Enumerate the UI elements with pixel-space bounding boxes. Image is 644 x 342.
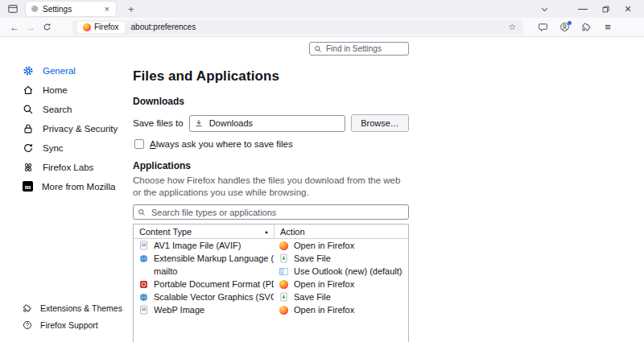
tab-title: Settings <box>43 5 103 14</box>
browse-button[interactable]: Browse… <box>351 114 409 132</box>
table-row[interactable]: AV1 Image File (AVIF) Open in Firefox <box>134 239 408 252</box>
new-tab-icon[interactable]: + <box>124 3 138 15</box>
pdf-icon <box>139 279 148 289</box>
page-title: Files and Applications <box>133 68 409 84</box>
extensions-themes-link[interactable]: Extensions & Themes <box>23 303 122 313</box>
footer-link-label: Extensions & Themes <box>40 303 122 313</box>
table-row[interactable]: WebP Image Open in Firefox <box>134 303 408 316</box>
column-action[interactable]: Action <box>274 225 408 238</box>
search-icon <box>314 45 322 53</box>
action-cell[interactable]: Save File <box>274 253 408 263</box>
always-ask-label: Always ask you where to save files <box>150 139 293 149</box>
find-in-settings-input[interactable] <box>309 42 409 56</box>
bookmark-star-icon[interactable]: ☆ <box>506 22 518 32</box>
identity-label: Firefox <box>94 23 119 31</box>
sidebar-item-label: More from Mozilla <box>42 182 115 192</box>
always-ask-row: Always ask you where to save files <box>133 139 409 149</box>
sidebar-item-label: Search <box>43 105 72 114</box>
lock-icon <box>23 123 34 134</box>
atom-icon <box>23 162 34 173</box>
handlers-table: Content Type ▲ Action AV1 Image File (AV… <box>133 224 409 342</box>
url-text: about:preferences <box>131 23 506 31</box>
save-files-row: Save files to Browse… <box>133 114 409 132</box>
sidebar-item-label: Home <box>43 85 68 95</box>
downloads-heading: Downloads <box>133 96 409 107</box>
search-icon <box>23 104 34 115</box>
firefox-logo-icon <box>83 23 91 31</box>
save-file-icon <box>279 292 288 302</box>
tab-bar: Settings × + — × <box>0 0 644 18</box>
message-icon[interactable] <box>535 20 551 35</box>
gear-favicon-icon <box>31 5 39 13</box>
action-cell[interactable]: Save File <box>274 292 408 302</box>
sidebar-item-firefox-labs[interactable]: Firefox Labs <box>0 158 133 177</box>
sidebar-footer: Extensions & Themes Firefox Support <box>23 303 122 330</box>
table-row[interactable]: Extensible Markup Language (XML) Save Fi… <box>134 252 408 265</box>
action-cell[interactable]: Open in Firefox <box>274 279 408 289</box>
sidebar-item-label: Sync <box>43 143 64 153</box>
table-row[interactable]: Portable Document Format (PDF) Open in F… <box>134 278 408 290</box>
download-icon <box>194 118 204 128</box>
tab-close-icon[interactable]: × <box>103 4 111 14</box>
sidebar-item-more-from-mozilla[interactable]: m More from Mozilla <box>0 177 133 196</box>
globe-icon <box>139 292 148 302</box>
puzzle-icon <box>23 303 32 313</box>
maximize-icon[interactable] <box>594 1 617 17</box>
action-cell[interactable]: Open in Firefox <box>274 305 408 315</box>
sidebar-item-home[interactable]: Home <box>0 80 133 100</box>
reload-icon[interactable] <box>39 20 55 35</box>
action-cell[interactable]: Open in Firefox <box>274 241 408 250</box>
firefox-logo-icon <box>279 306 288 315</box>
globe-icon <box>139 253 148 263</box>
save-file-icon <box>279 253 288 263</box>
always-ask-checkbox[interactable] <box>134 139 144 149</box>
table-row[interactable]: Scalable Vector Graphics (SVG) Save File <box>134 290 408 303</box>
sync-icon <box>23 142 34 154</box>
sort-ascending-icon: ▲ <box>264 229 269 234</box>
table-header: Content Type ▲ Action <box>134 225 408 239</box>
home-icon <box>23 84 34 96</box>
account-icon[interactable] <box>556 20 572 35</box>
download-folder-input[interactable] <box>189 115 345 132</box>
firefox-logo-icon <box>279 241 288 250</box>
firefox-view-icon[interactable] <box>5 2 21 16</box>
forward-icon[interactable]: → <box>23 20 39 35</box>
identity-chip[interactable]: Firefox <box>77 22 125 33</box>
footer-link-label: Firefox Support <box>40 320 98 330</box>
question-icon <box>23 320 32 330</box>
settings-sidebar: General Home Search Privacy & Security S… <box>0 37 133 341</box>
gear-icon <box>23 65 34 76</box>
applications-description: Choose how Firefox handles the files you… <box>133 175 409 199</box>
firefox-support-link[interactable]: Firefox Support <box>23 320 122 330</box>
table-row[interactable]: mailto Use Outlook (new) (default) <box>134 265 408 278</box>
extensions-icon[interactable] <box>578 20 594 35</box>
sidebar-item-label: General <box>43 66 76 76</box>
menu-icon[interactable]: ≡ <box>600 20 616 35</box>
empty-icon-slot <box>139 266 148 276</box>
tab-settings[interactable]: Settings × <box>26 2 116 16</box>
navigation-toolbar: ← → Firefox about:preferences ☆ ≡ <box>0 18 644 37</box>
search-icon <box>138 208 146 216</box>
applications-heading: Applications <box>133 160 409 171</box>
applications-search-input[interactable] <box>133 204 409 220</box>
sidebar-item-privacy-security[interactable]: Privacy & Security <box>0 119 133 138</box>
find-in-settings <box>309 42 409 56</box>
sidebar-item-label: Privacy & Security <box>43 124 118 134</box>
sidebar-item-search[interactable]: Search <box>0 100 133 119</box>
url-bar[interactable]: Firefox about:preferences ☆ <box>72 20 523 35</box>
window-close-icon[interactable]: × <box>617 1 639 17</box>
firefox-logo-icon <box>279 280 288 289</box>
action-cell[interactable]: Use Outlook (new) (default) <box>274 266 408 276</box>
image-file-icon <box>139 241 148 250</box>
sidebar-item-general[interactable]: General <box>0 61 133 80</box>
minimize-icon[interactable]: — <box>572 1 594 17</box>
sidebar-item-sync[interactable]: Sync <box>0 138 133 158</box>
column-content-type[interactable]: Content Type ▲ <box>134 225 274 238</box>
outlook-icon <box>279 266 288 276</box>
notification-badge <box>568 21 572 25</box>
image-file-icon <box>139 305 148 315</box>
list-all-tabs-icon[interactable] <box>535 5 554 14</box>
applications-search <box>133 204 409 220</box>
back-icon[interactable]: ← <box>6 20 23 35</box>
save-files-label: Save files to <box>133 118 184 128</box>
